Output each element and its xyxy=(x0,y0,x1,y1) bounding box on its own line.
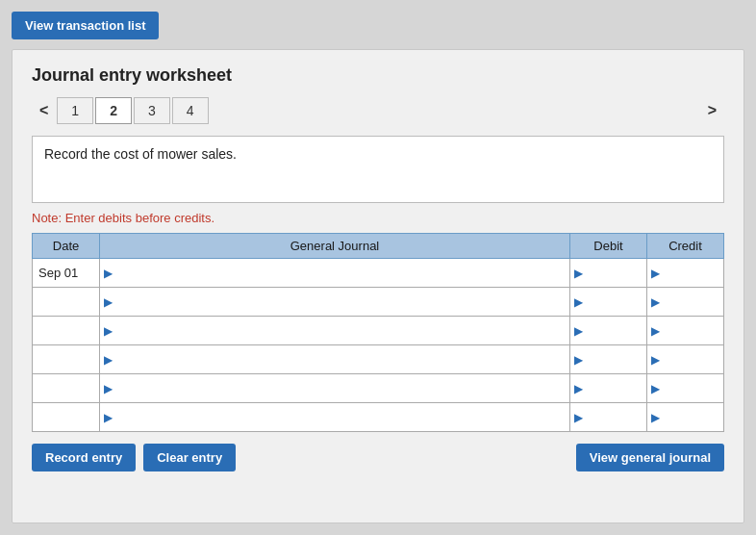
cell-general-journal-2[interactable]: ▶ xyxy=(100,317,570,345)
col-header-debit: Debit xyxy=(570,234,647,259)
arrow-indicator-debit-2: ▶ xyxy=(574,324,583,338)
cell-credit-2[interactable]: ▶ xyxy=(647,317,724,345)
arrow-indicator-credit-4: ▶ xyxy=(651,382,660,395)
input-credit-4[interactable] xyxy=(662,377,719,400)
arrow-indicator-debit-4: ▶ xyxy=(574,382,583,395)
table-row: ▶▶▶ xyxy=(33,288,724,317)
input-general-journal-4[interactable] xyxy=(114,377,566,400)
input-debit-4[interactable] xyxy=(585,377,643,400)
tab-4[interactable]: 4 xyxy=(172,97,209,124)
input-credit-2[interactable] xyxy=(662,319,719,343)
cell-credit-3[interactable]: ▶ xyxy=(647,345,724,374)
tab-1[interactable]: 1 xyxy=(57,97,93,124)
cell-general-journal-4[interactable]: ▶ xyxy=(100,374,570,403)
input-general-journal-0[interactable] xyxy=(114,262,566,285)
top-bar: View transaction list xyxy=(12,12,744,39)
input-general-journal-1[interactable] xyxy=(114,291,566,314)
instruction-box: Record the cost of mower sales. xyxy=(32,136,724,203)
tab-next-button[interactable]: > xyxy=(700,100,724,121)
cell-general-journal-1[interactable]: ▶ xyxy=(100,288,570,317)
input-general-journal-3[interactable] xyxy=(114,348,566,371)
cell-date-4 xyxy=(33,374,100,403)
bottom-buttons: Record entry Clear entry View general jo… xyxy=(32,444,724,471)
col-header-general-journal: General Journal xyxy=(100,234,570,259)
input-credit-0[interactable] xyxy=(662,262,719,285)
input-debit-1[interactable] xyxy=(585,291,643,314)
table-row: ▶▶▶ xyxy=(33,345,724,374)
cell-debit-3[interactable]: ▶ xyxy=(570,345,647,374)
cell-date-1 xyxy=(33,288,100,317)
tab-2[interactable]: 2 xyxy=(95,97,132,124)
arrow-indicator-credit-5: ▶ xyxy=(651,411,660,424)
input-debit-5[interactable] xyxy=(585,406,643,429)
cell-date-3 xyxy=(33,345,100,374)
col-header-credit: Credit xyxy=(647,234,724,259)
cell-date-2 xyxy=(33,317,100,345)
arrow-indicator-debit-0: ▶ xyxy=(574,267,583,280)
view-transaction-list-button[interactable]: View transaction list xyxy=(12,12,159,39)
arrow-indicator-debit-5: ▶ xyxy=(574,411,583,424)
journal-entry-card: Journal entry worksheet < 1 2 3 4 > Reco… xyxy=(12,49,744,523)
view-general-journal-button[interactable]: View general journal xyxy=(576,444,724,471)
cell-date-5 xyxy=(33,403,100,432)
table-row: ▶▶▶ xyxy=(33,403,724,432)
input-general-journal-5[interactable] xyxy=(114,406,566,429)
cell-credit-0[interactable]: ▶ xyxy=(647,259,724,288)
tabs-row: < 1 2 3 4 > xyxy=(32,97,724,124)
arrow-indicator-gj-1: ▶ xyxy=(104,295,113,309)
cell-debit-0[interactable]: ▶ xyxy=(570,259,647,288)
arrow-indicator-gj-0: ▶ xyxy=(104,267,113,280)
arrow-indicator-debit-3: ▶ xyxy=(574,353,583,367)
table-row: ▶▶▶ xyxy=(33,374,724,403)
input-credit-5[interactable] xyxy=(662,406,719,429)
cell-date-0: Sep 01 xyxy=(33,259,100,288)
record-entry-button[interactable]: Record entry xyxy=(32,444,136,471)
arrow-indicator-gj-4: ▶ xyxy=(104,382,113,395)
table-row: ▶▶▶ xyxy=(33,317,724,345)
table-row: Sep 01▶▶▶ xyxy=(33,259,724,288)
arrow-indicator-credit-2: ▶ xyxy=(651,324,660,338)
cell-credit-5[interactable]: ▶ xyxy=(647,403,724,432)
input-credit-3[interactable] xyxy=(662,348,719,371)
journal-table: Date General Journal Debit Credit Sep 01… xyxy=(32,233,724,432)
tab-3[interactable]: 3 xyxy=(134,97,170,124)
input-debit-3[interactable] xyxy=(585,348,643,371)
arrow-indicator-gj-2: ▶ xyxy=(104,324,113,338)
cell-debit-4[interactable]: ▶ xyxy=(570,374,647,403)
note-text: Note: Enter debits before credits. xyxy=(32,211,724,225)
arrow-indicator-debit-1: ▶ xyxy=(574,295,583,309)
cell-credit-4[interactable]: ▶ xyxy=(647,374,724,403)
arrow-indicator-gj-5: ▶ xyxy=(104,411,113,424)
tab-prev-button[interactable]: < xyxy=(32,100,56,121)
input-credit-1[interactable] xyxy=(662,291,719,314)
cell-general-journal-0[interactable]: ▶ xyxy=(100,259,570,288)
input-debit-2[interactable] xyxy=(585,319,643,343)
cell-debit-2[interactable]: ▶ xyxy=(570,317,647,345)
page-title: Journal entry worksheet xyxy=(32,65,724,86)
arrow-indicator-credit-1: ▶ xyxy=(651,295,660,309)
cell-general-journal-3[interactable]: ▶ xyxy=(100,345,570,374)
col-header-date: Date xyxy=(33,234,100,259)
instruction-text: Record the cost of mower sales. xyxy=(44,146,237,162)
input-general-journal-2[interactable] xyxy=(114,319,566,343)
arrow-indicator-credit-3: ▶ xyxy=(651,353,660,367)
cell-general-journal-5[interactable]: ▶ xyxy=(100,403,570,432)
arrow-indicator-credit-0: ▶ xyxy=(651,267,660,280)
cell-credit-1[interactable]: ▶ xyxy=(647,288,724,317)
clear-entry-button[interactable]: Clear entry xyxy=(143,444,236,471)
cell-debit-5[interactable]: ▶ xyxy=(570,403,647,432)
cell-debit-1[interactable]: ▶ xyxy=(570,288,647,317)
input-debit-0[interactable] xyxy=(585,262,643,285)
arrow-indicator-gj-3: ▶ xyxy=(104,353,113,367)
